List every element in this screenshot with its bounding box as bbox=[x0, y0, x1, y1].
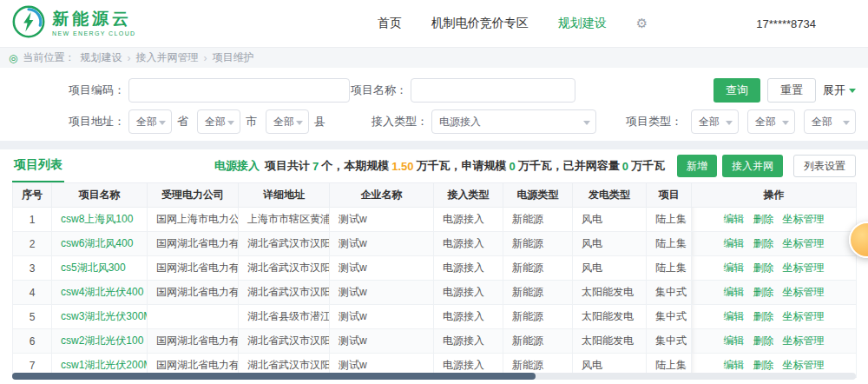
province-select-value: 全部 bbox=[136, 115, 157, 129]
cell-no: 6 bbox=[13, 329, 52, 354]
reset-button[interactable]: 重置 bbox=[767, 78, 816, 103]
search-button[interactable]: 查询 bbox=[713, 78, 760, 103]
cell-enterprise: 测试w bbox=[330, 329, 434, 354]
brand-logo-icon bbox=[12, 5, 45, 42]
nav-item-price-bidding[interactable]: 机制电价竞价专区 bbox=[431, 16, 529, 31]
cell-enterprise: 测试w bbox=[330, 305, 434, 329]
cell-ptype: 陆上集 bbox=[647, 232, 692, 256]
county-select-value: 全部 bbox=[273, 115, 294, 129]
edit-link[interactable]: 编辑 bbox=[724, 237, 745, 249]
cell-name[interactable]: csw2湖北光伏100 bbox=[52, 329, 148, 354]
tab-project-list[interactable]: 项目列表 bbox=[12, 149, 64, 182]
project-type-select-3[interactable]: 全部 bbox=[804, 109, 856, 134]
province-select[interactable]: 全部 bbox=[128, 109, 172, 134]
column-header-7: 电源类型 bbox=[503, 183, 573, 208]
column-header-9: 项目 bbox=[647, 183, 692, 208]
cell-address: 湖北省武汉市汉阳区... bbox=[239, 329, 330, 354]
add-button[interactable]: 新增 bbox=[677, 155, 717, 177]
coords-link[interactable]: 坐标管理 bbox=[783, 213, 825, 225]
table-header-row: 序号项目名称受理电力公司详细地址企业名称接入类型电源类型发电类型项目操作 bbox=[13, 183, 857, 208]
coords-link[interactable]: 坐标管理 bbox=[783, 359, 825, 371]
cell-actions: 编辑删除坐标管理 bbox=[692, 281, 857, 305]
delete-link[interactable]: 删除 bbox=[753, 213, 774, 225]
edit-link[interactable]: 编辑 bbox=[724, 334, 745, 347]
access-type-select[interactable]: 电源接入 bbox=[431, 109, 596, 134]
edit-link[interactable]: 编辑 bbox=[724, 213, 745, 225]
coords-link[interactable]: 坐标管理 bbox=[783, 237, 825, 249]
cell-address: 湖北省县级市潜江市... bbox=[239, 305, 330, 329]
column-header-8: 发电类型 bbox=[573, 183, 647, 208]
table-row: 4csw4湖北光伏400国网湖北省电力有限...湖北省武汉市汉阳区...测试w电… bbox=[13, 281, 857, 305]
edit-link[interactable]: 编辑 bbox=[724, 359, 745, 371]
cell-source: 新能源 bbox=[503, 281, 573, 305]
gear-icon[interactable]: ⚙ bbox=[636, 16, 648, 31]
cell-enterprise: 测试w bbox=[330, 208, 434, 232]
cell-name[interactable]: csw6湖北风400 bbox=[52, 232, 148, 256]
cell-name[interactable]: cs5湖北风300 bbox=[52, 256, 148, 281]
cell-name[interactable]: csw4湖北光伏400 bbox=[52, 281, 148, 305]
city-select[interactable]: 全部 bbox=[197, 109, 240, 134]
list-settings-button[interactable]: 列表设置 bbox=[793, 155, 856, 177]
delete-link[interactable]: 删除 bbox=[753, 334, 774, 347]
cell-ptype: 陆上集 bbox=[647, 256, 692, 281]
breadcrumb-prefix: 当前位置： bbox=[23, 50, 75, 65]
nav-item-home[interactable]: 首页 bbox=[378, 16, 402, 31]
cell-actions: 编辑删除坐标管理 bbox=[692, 305, 857, 329]
project-code-input[interactable] bbox=[128, 78, 350, 103]
project-type-select-1[interactable]: 全部 bbox=[691, 109, 739, 134]
user-phone[interactable]: 17*****8734 bbox=[756, 17, 816, 30]
project-list-panel: 项目列表 电源接入 项目共计 7 个，本期规模 1.50 万千瓦，申请规模 0 … bbox=[0, 149, 868, 384]
cell-access: 电源接入 bbox=[434, 329, 503, 354]
cell-company: 国网湖北省电力有限... bbox=[148, 281, 239, 305]
cell-name[interactable]: csw8上海风100 bbox=[52, 208, 148, 232]
delete-link[interactable]: 删除 bbox=[753, 237, 774, 249]
project-type-value-1: 全部 bbox=[699, 115, 720, 129]
cell-actions: 编辑删除坐标管理 bbox=[692, 329, 857, 354]
edit-link[interactable]: 编辑 bbox=[724, 310, 745, 322]
cell-company: 国网湖北省电力有限... bbox=[148, 232, 239, 256]
column-header-4: 详细地址 bbox=[239, 183, 330, 208]
expand-toggle[interactable]: 展开 bbox=[823, 83, 856, 98]
table-row: 2csw6湖北风400国网湖北省电力有限...湖北省武汉市汉阳区...测试w电源… bbox=[13, 232, 857, 256]
coords-link[interactable]: 坐标管理 bbox=[783, 262, 825, 274]
cell-ptype: 集中式 bbox=[647, 305, 692, 329]
delete-link[interactable]: 删除 bbox=[753, 310, 774, 322]
edit-link[interactable]: 编辑 bbox=[724, 286, 745, 298]
column-header-10: 操作 bbox=[692, 183, 857, 208]
brand-text: 新能源云 NEW ENERGY CLOUD bbox=[52, 10, 136, 37]
coords-link[interactable]: 坐标管理 bbox=[783, 286, 825, 298]
delete-link[interactable]: 删除 bbox=[753, 286, 774, 298]
breadcrumb-item-grid-management[interactable]: 接入并网管理 bbox=[135, 50, 198, 65]
nav-item-planning[interactable]: 规划建设 bbox=[558, 16, 607, 31]
horizontal-scrollbar[interactable] bbox=[12, 373, 856, 380]
column-header-2: 项目名称 bbox=[52, 183, 148, 208]
project-type-select-2[interactable]: 全部 bbox=[747, 109, 795, 134]
coords-link[interactable]: 坐标管理 bbox=[783, 310, 825, 322]
delete-link[interactable]: 删除 bbox=[753, 262, 774, 274]
coords-link[interactable]: 坐标管理 bbox=[783, 334, 825, 347]
cell-no: 3 bbox=[13, 256, 52, 281]
brand[interactable]: 新能源云 NEW ENERGY CLOUD bbox=[12, 5, 136, 42]
cell-source: 新能源 bbox=[503, 305, 573, 329]
project-name-input[interactable] bbox=[411, 78, 575, 103]
project-type-group: 项目类型： 全部 全部 全部 bbox=[626, 109, 856, 134]
stats-project-count: 7 bbox=[312, 160, 319, 173]
delete-link[interactable]: 删除 bbox=[753, 359, 774, 371]
scrollbar-thumb[interactable] bbox=[12, 373, 536, 380]
table-row: 1csw8上海风100国网上海市电力公司上海市市辖区黄浦区...测试w电源接入新… bbox=[13, 208, 857, 232]
county-suffix: 县 bbox=[314, 114, 326, 129]
grid-connect-button[interactable]: 接入并网 bbox=[722, 155, 783, 177]
project-address-label: 项目地址： bbox=[12, 114, 125, 129]
cell-no: 5 bbox=[13, 305, 52, 329]
breadcrumb-separator: › bbox=[203, 52, 207, 64]
stats-text: 个，本期规模 bbox=[321, 158, 389, 174]
filter-row-1: 项目编码： 项目名称： 查询 重置 展开 bbox=[12, 78, 856, 103]
stats-text: 万千瓦 bbox=[631, 158, 665, 174]
cell-company bbox=[148, 305, 239, 329]
breadcrumb-item-planning[interactable]: 规划建设 bbox=[80, 50, 122, 65]
county-select[interactable]: 全部 bbox=[266, 109, 309, 134]
edit-link[interactable]: 编辑 bbox=[724, 262, 745, 274]
cell-no: 1 bbox=[13, 208, 52, 232]
cell-name[interactable]: csw3湖北光伏300MW bbox=[52, 305, 148, 329]
cell-gen: 太阳能发电 bbox=[573, 305, 647, 329]
